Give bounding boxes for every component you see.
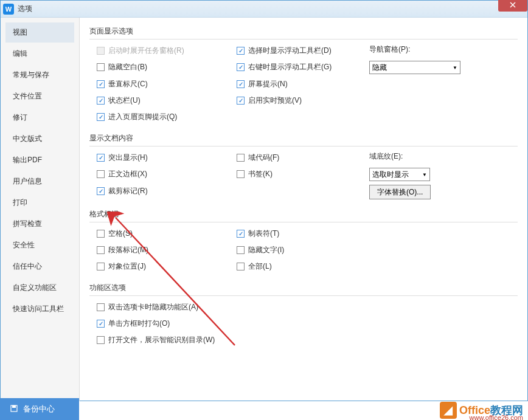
checkbox-startup-pane: 启动时展开任务窗格(R)	[89, 44, 229, 57]
checkbox-bookmarks[interactable]: 书签(K)	[229, 168, 369, 181]
checkbox-crop-marks[interactable]: 裁剪标记(R)	[89, 185, 229, 198]
backup-label: 备份中心	[23, 404, 55, 415]
watermark-url: www.office26.com	[470, 414, 523, 420]
sidebar-footer: 备份中心	[0, 398, 79, 420]
chevron-down-icon: ▼	[453, 65, 457, 71]
checkbox-tabs[interactable]: 制表符(T)	[229, 227, 369, 240]
options-window: W 选项 视图 编辑 常规与保存 文件位置 修订 中文版式 输出PDF 用户信息…	[0, 0, 528, 401]
checkbox-select-float[interactable]: 选择时显示浮动工具栏(D)	[229, 44, 369, 57]
checkbox-screen-tip[interactable]: 屏幕提示(N)	[229, 78, 369, 91]
sidebar-item-quick-access[interactable]: 快速访问工具栏	[5, 299, 74, 319]
close-button[interactable]	[498, 0, 527, 12]
checkbox-header-footer[interactable]: 进入页眉页脚提示(Q)	[89, 111, 229, 123]
checkbox-hidden-text[interactable]: 隐藏文字(I)	[229, 244, 369, 256]
backup-icon	[10, 404, 18, 415]
sidebar-item-file-location[interactable]: 文件位置	[5, 86, 74, 106]
checkbox-rightclick-float[interactable]: 右键时显示浮动工具栏(G)	[229, 61, 369, 74]
checkbox-vertical-ruler[interactable]: 垂直标尺(C)	[89, 78, 229, 91]
field-shading-dropdown[interactable]: 选取时显示▼	[369, 168, 430, 181]
checkbox-open-smart[interactable]: 打开文件，展示智能识别目录(W)	[89, 334, 215, 346]
section-title: 页面显示选项	[89, 24, 518, 40]
checkbox-text-border[interactable]: 正文边框(X)	[89, 168, 229, 181]
checkbox-spaces[interactable]: 空格(S)	[89, 227, 229, 240]
checkbox-field-codes[interactable]: 域代码(F)	[229, 151, 369, 164]
app-icon: W	[3, 4, 14, 15]
content: 视图 编辑 常规与保存 文件位置 修订 中文版式 输出PDF 用户信息 打印 拼…	[1, 18, 527, 401]
sidebar-item-edit[interactable]: 编辑	[5, 44, 74, 64]
sidebar-item-general[interactable]: 常规与保存	[5, 65, 74, 85]
svg-rect-1	[12, 405, 16, 408]
sidebar: 视图 编辑 常规与保存 文件位置 修订 中文版式 输出PDF 用户信息 打印 拼…	[1, 18, 80, 401]
checkbox-status-bar[interactable]: 状态栏(U)	[89, 94, 229, 107]
sidebar-item-revision[interactable]: 修订	[5, 108, 74, 128]
nav-pane-label: 导航窗格(P):	[369, 44, 518, 55]
checkbox-highlight[interactable]: 突出显示(H)	[89, 151, 229, 164]
section-page-display: 页面显示选项 启动时展开任务窗格(R) 选择时显示浮动工具栏(D) 导航窗格(P…	[89, 24, 518, 123]
sidebar-item-customize[interactable]: 自定义功能区	[5, 278, 74, 298]
font-replace-button[interactable]: 字体替换(O)...	[369, 185, 431, 199]
sidebar-item-spell[interactable]: 拼写检查	[5, 214, 74, 234]
section-title: 功能区选项	[89, 280, 518, 296]
sidebar-item-security[interactable]: 安全性	[5, 235, 74, 255]
checkbox-hide-blank[interactable]: 隐藏空白(B)	[89, 61, 229, 74]
section-format-marks: 格式标记 空格(S) 制表符(T) 段落标记(M) 隐藏文字(I)	[89, 207, 518, 273]
main-panel: 页面显示选项 启动时展开任务窗格(R) 选择时显示浮动工具栏(D) 导航窗格(P…	[80, 18, 527, 401]
checkbox-live-preview[interactable]: 启用实时预览(V)	[229, 94, 369, 107]
checkbox-para-marks[interactable]: 段落标记(M)	[89, 244, 229, 256]
section-title: 格式标记	[89, 207, 518, 222]
sidebar-item-trust[interactable]: 信任中心	[5, 256, 74, 277]
nav-pane-dropdown[interactable]: 隐藏▼	[369, 61, 460, 74]
watermark-icon: ◢	[440, 402, 457, 419]
section-doc-content: 显示文档内容 突出显示(H) 域代码(F) 域底纹(E): 正文边框(X)	[89, 131, 518, 199]
backup-button[interactable]: 备份中心	[0, 398, 79, 420]
checkbox-object-pos[interactable]: 对象位置(J)	[89, 260, 229, 273]
titlebar: W 选项	[1, 1, 527, 18]
window-title: 选项	[18, 4, 32, 14]
chevron-down-icon: ▼	[422, 172, 427, 177]
sidebar-item-view[interactable]: 视图	[5, 22, 74, 43]
sidebar-item-user[interactable]: 用户信息	[5, 171, 74, 191]
checkbox-dbl-click[interactable]: 双击选项卡时隐藏功能区(A)	[89, 301, 198, 314]
section-ribbon: 功能区选项 双击选项卡时隐藏功能区(A) 单击方框时打勾(O) 打开文件，展示智…	[89, 280, 518, 346]
sidebar-item-cn-layout[interactable]: 中文版式	[5, 129, 74, 149]
checkbox-click-check[interactable]: 单击方框时打勾(O)	[89, 317, 170, 330]
sidebar-item-pdf[interactable]: 输出PDF	[5, 150, 74, 170]
field-shading-label: 域底纹(E):	[369, 151, 518, 162]
checkbox-all[interactable]: 全部(L)	[229, 260, 369, 273]
sidebar-item-print[interactable]: 打印	[5, 193, 74, 213]
section-title: 显示文档内容	[89, 131, 518, 146]
